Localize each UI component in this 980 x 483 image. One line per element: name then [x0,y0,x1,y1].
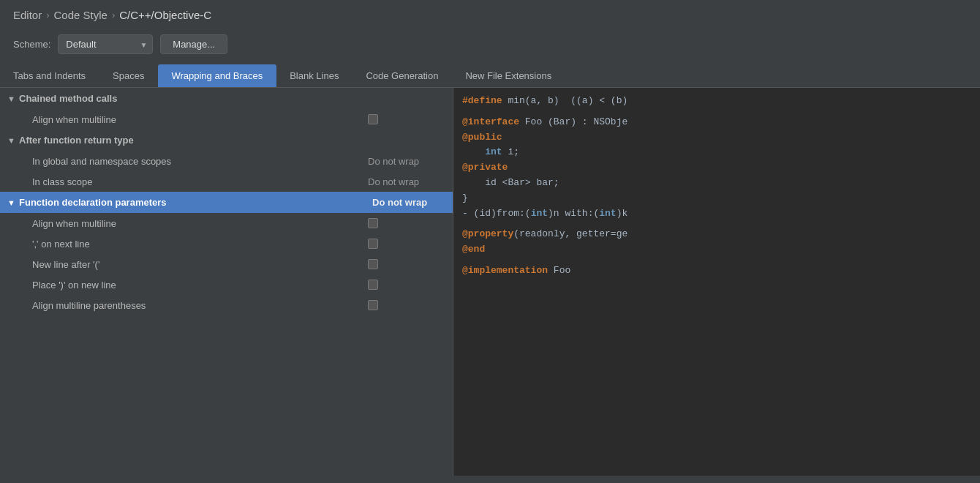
checkbox-cell-1 [368,114,441,124]
tab-wrapping[interactable]: Wrapping and Braces [158,64,276,87]
code-line-3: @interface Foo (Bar) : NSObje [462,115,971,130]
code-span: int [531,206,548,222]
checkbox-cell-6 [368,300,441,310]
checkbox-comma-next[interactable] [368,239,378,249]
code-span: - (id)from:( [462,206,531,222]
label-align-multi-paren: Align multiline parentheses [32,300,368,311]
row-align-multiline-2: Align when multiline [0,213,453,233]
group-label-chained: Chained method calls [19,93,445,104]
collapse-toggle-after-func[interactable]: ▼ [7,136,19,145]
code-line-1: #define min(a, b) ((a) < (b) [462,94,971,109]
row-place-paren: Place ')' on new line [0,274,453,295]
code-span: id <Bar> bar; [462,176,559,191]
label-place-paren: Place ')' on new line [32,280,368,291]
code-span: i; [502,145,519,160]
tab-blank-lines[interactable]: Blank Lines [276,64,353,87]
collapse-toggle-func-decl[interactable]: ▼ [7,198,19,207]
code-line-8: } [462,191,971,206]
row-comma-next: ',' on next line [0,233,453,254]
value-global-ns[interactable]: Do not wrap [368,156,441,167]
manage-button[interactable]: Manage... [160,34,227,54]
code-preview-panel: #define min(a, b) ((a) < (b) @interface … [453,88,980,476]
code-span: @private [462,160,508,176]
tab-code-gen[interactable]: Code Generation [353,64,452,87]
code-line-4: @public [462,130,971,146]
tab-tabs-indents[interactable]: Tabs and Indents [0,64,99,87]
code-line-5: int i; [462,145,971,160]
label-align-multiline-1: Align when multiline [32,114,368,125]
scheme-dropdown-wrapper[interactable]: Default ▼ [58,34,153,54]
group-after-func[interactable]: ▼ After function return type [0,130,453,151]
code-line-9: - (id)from:(int)n with:(int)k [462,206,971,222]
code-span: Foo [548,263,570,279]
code-blank-2 [462,221,971,227]
breadcrumb-editor[interactable]: Editor [13,9,42,21]
code-line-11: @property(readonly, getter=ge [462,227,971,242]
breadcrumb: Editor › Code Style › C/C++/Objective-C [0,0,980,29]
code-span: min(a, b) ((a) < (b) [502,94,628,109]
code-blank-1 [462,109,971,115]
checkbox-cell-5 [368,280,441,290]
code-span: int [599,206,616,222]
checkbox-align-multi-paren[interactable] [368,300,378,310]
row-align-multi-paren: Align multiline parentheses [0,295,453,315]
checkbox-newline-paren[interactable] [368,259,378,269]
row-class-scope: In class scope Do not wrap [0,171,453,192]
group-chained-method[interactable]: ▼ Chained method calls [0,88,453,109]
code-span: } [462,191,468,206]
label-align-multiline-2: Align when multiline [32,218,368,229]
code-span: )n with:( [548,206,599,222]
label-class-scope: In class scope [32,176,368,187]
checkbox-cell-2 [368,218,441,228]
code-span: @end [462,242,485,258]
group-label-func-decl: Function declaration parameters [19,197,372,208]
code-span [462,145,485,160]
breadcrumb-sep-1: › [46,10,49,20]
code-span: Foo (Bar) : NSObje [519,115,627,130]
code-line-14: @implementation Foo [462,263,971,279]
value-func-decl[interactable]: Do not wrap [372,197,445,208]
breadcrumb-code-style[interactable]: Code Style [54,9,108,21]
checkbox-place-paren[interactable] [368,280,378,290]
code-span: @implementation [462,263,548,279]
row-align-multiline-1: Align when multiline [0,109,453,130]
code-span: @property [462,227,513,242]
breadcrumb-sep-2: › [112,10,115,20]
main-content: ▼ Chained method calls Align when multil… [0,88,980,476]
tabs-bar: Tabs and Indents Spaces Wrapping and Bra… [0,64,980,88]
code-line-12: @end [462,242,971,258]
label-comma-next: ',' on next line [32,239,368,250]
code-span: )k [617,206,628,222]
code-line-7: id <Bar> bar; [462,176,971,191]
code-span: (readonly, getter=ge [513,227,627,242]
code-line-6: @private [462,160,971,176]
group-label-after-func: After function return type [19,135,445,146]
scheme-select[interactable]: Default [58,34,153,54]
settings-panel: ▼ Chained method calls Align when multil… [0,88,453,476]
tab-spaces[interactable]: Spaces [99,64,158,87]
code-blank-3 [462,258,971,263]
code-span: int [485,145,502,160]
row-global-ns: In global and namespace scopes Do not wr… [0,151,453,171]
value-class-scope[interactable]: Do not wrap [368,176,441,187]
checkbox-cell-3 [368,239,441,249]
group-func-decl[interactable]: ▼ Function declaration parameters Do not… [0,192,453,213]
collapse-toggle-chained[interactable]: ▼ [7,94,19,103]
code-span: #define [462,94,502,109]
tab-new-file-ext[interactable]: New File Extensions [452,64,565,87]
checkbox-align-multiline-2[interactable] [368,218,378,228]
checkbox-align-multiline-1[interactable] [368,114,378,124]
breadcrumb-current: C/C++/Objective-C [119,9,211,21]
label-newline-paren: New line after '(' [32,259,368,270]
label-global-ns: In global and namespace scopes [32,156,368,167]
checkbox-cell-4 [368,259,441,269]
code-span: @interface [462,115,519,130]
row-newline-paren: New line after '(' [0,254,453,274]
code-span: @public [462,130,502,146]
scheme-label: Scheme: [13,39,50,50]
scheme-row: Scheme: Default ▼ Manage... [0,29,980,64]
